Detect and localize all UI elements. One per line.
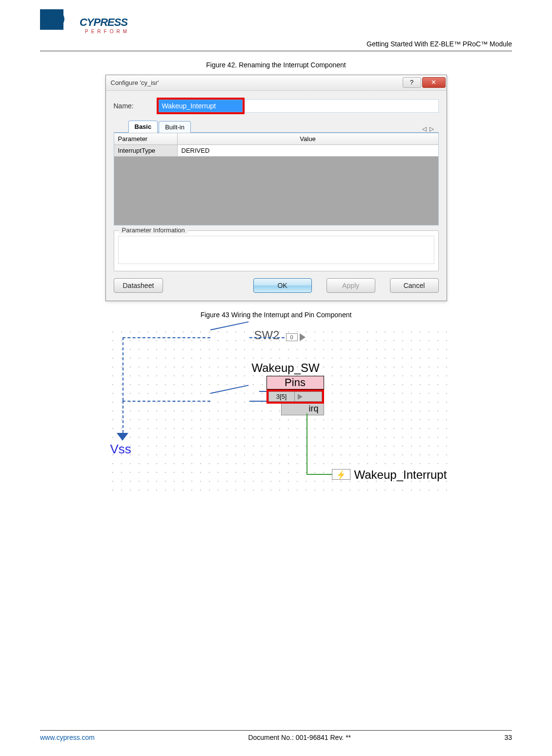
ground-icon (117, 433, 128, 441)
irq-label: irq (281, 404, 324, 415)
logo-text: CYPRESS (80, 16, 127, 29)
name-field-highlight: Wakeup_Interrupt (157, 98, 245, 114)
wire (123, 401, 123, 433)
grid-cell-value[interactable]: DERIVED (178, 145, 438, 156)
dialog-title: Configure 'cy_isr' (111, 79, 159, 86)
parameter-information-box: Parameter Information (114, 230, 439, 271)
footer-page-number: 33 (504, 734, 512, 741)
wakeup-sw-label: Wakeup_SW (252, 361, 320, 375)
close-button[interactable]: ✕ (422, 77, 446, 88)
figure43-caption: Figure 43 Wiring the Interrupt and Pin C… (40, 311, 512, 319)
ok-button[interactable]: OK (253, 278, 312, 293)
page-footer: www.cypress.com Document No.: 001-96841 … (40, 730, 512, 741)
tab-scroll-left-icon[interactable]: ◁ (422, 125, 427, 132)
wire (123, 401, 210, 402)
sw2-terminal: 0 (286, 333, 298, 341)
pins-header: Pins (266, 376, 324, 389)
datasheet-button[interactable]: Datasheet (114, 278, 164, 293)
apply-button[interactable]: Apply (327, 278, 375, 293)
footer-docno: Document No.: 001-96841 Rev. ** (248, 734, 351, 741)
wire (307, 474, 332, 475)
grid-row[interactable]: InterruptType DERIVED (114, 145, 438, 157)
name-input[interactable]: Wakeup_Interrupt (159, 100, 243, 112)
lightning-icon: ⚡ (335, 469, 347, 480)
interrupt-component: ⚡ (332, 469, 350, 480)
sw2-label: SW2 (254, 328, 280, 342)
wire (249, 337, 285, 338)
sw2-arrow-icon (300, 333, 306, 341)
switch-symbol (210, 385, 248, 394)
footer-url[interactable]: www.cypress.com (40, 734, 95, 741)
logo: CYPRESS PERFORM (40, 9, 118, 48)
configure-dialog: Configure 'cy_isr' ? ✕ Name: Wakeup_Inte… (105, 75, 447, 301)
arrow-icon (298, 394, 303, 400)
wakeup-interrupt-label: Wakeup_Interrupt (354, 468, 447, 482)
parameter-grid: Parameter Value InterruptType DERIVED (114, 133, 439, 225)
schematic-diagram: SW2 0 Vss Wakeup_SW Pins 3[5] irq ⚡ Wake… (105, 325, 447, 495)
dialog-titlebar[interactable]: Configure 'cy_isr' ? ✕ (106, 75, 447, 91)
name-label: Name: (114, 102, 157, 110)
close-icon: ✕ (431, 79, 436, 86)
wire (307, 413, 307, 475)
pins-component: Pins 3[5] irq (266, 376, 324, 415)
logo-subtext: PERFORM (85, 29, 130, 34)
page-title: Getting Started With EZ-BLE™ PRoC™ Modul… (367, 40, 512, 48)
grid-header-value: Value (178, 133, 438, 144)
help-button[interactable]: ? (403, 77, 421, 88)
wire (123, 337, 210, 347)
grid-header-parameter: Parameter (114, 133, 178, 144)
help-icon: ? (410, 79, 413, 86)
page-header: CYPRESS PERFORM Getting Started With EZ-… (40, 15, 512, 51)
wire (123, 337, 123, 401)
parameter-information-label: Parameter Information (119, 226, 188, 234)
vss-label: Vss (110, 442, 131, 457)
pins-highlight: 3[5] (266, 389, 324, 404)
tab-basic[interactable]: Basic (128, 121, 158, 133)
grid-cell-parameter: InterruptType (114, 145, 178, 156)
tab-scroll-right-icon[interactable]: ▷ (429, 125, 434, 132)
tab-builtin[interactable]: Built-in (159, 121, 191, 133)
figure42-caption: Figure 42. Renaming the Interrupt Compon… (40, 61, 512, 69)
switch-symbol (210, 321, 248, 330)
pin-port-label: 3[5] (268, 391, 295, 402)
cancel-button[interactable]: Cancel (390, 278, 439, 293)
wire (249, 401, 269, 402)
name-input-rest[interactable] (245, 99, 439, 113)
